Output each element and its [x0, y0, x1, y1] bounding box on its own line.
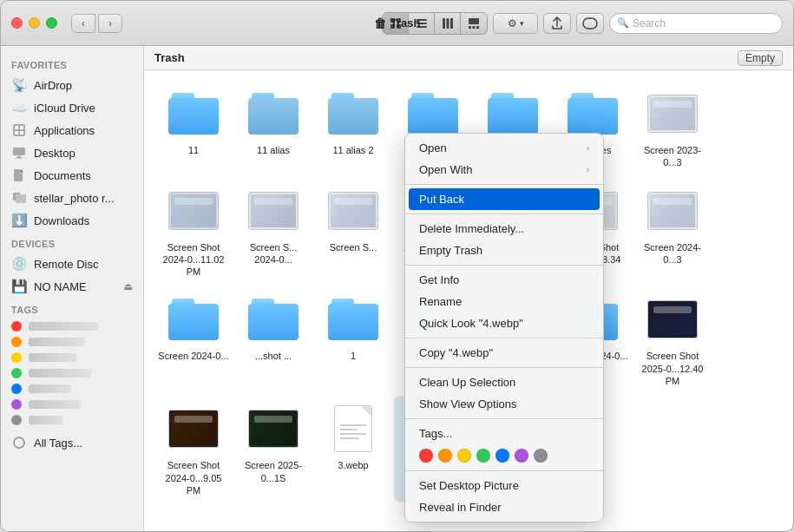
- sidebar-item-stellar[interactable]: stellar_photo r...: [1, 187, 143, 209]
- sidebar-item-icloud[interactable]: ☁️ iCloud Drive: [1, 96, 143, 119]
- share-button[interactable]: [543, 13, 571, 34]
- menu-item-put-back[interactable]: Put Back: [409, 188, 600, 210]
- sidebar-item-label: Desktop: [34, 147, 75, 160]
- file-item-11alias2[interactable]: 11 alias 2: [314, 81, 392, 174]
- tag-dot-blue: [11, 384, 22, 394]
- sidebar-item-label: Remote Disc: [34, 258, 98, 271]
- file-item-ss-2024-9pm[interactable]: Screen Shot 2024-0...9.05 PM: [154, 396, 233, 502]
- trash-icon: 🗑: [374, 16, 386, 30]
- sidebar-item-downloads[interactable]: ⬇️ Downloads: [1, 209, 143, 232]
- svg-rect-13: [476, 26, 479, 29]
- sidebar-item-all-tags[interactable]: All Tags...: [1, 431, 143, 454]
- file-thumb: [325, 86, 381, 141]
- menu-item-reveal[interactable]: Reveal in Finder: [405, 496, 603, 518]
- search-placeholder: Search: [633, 17, 666, 30]
- sidebar-item-desktop[interactable]: Desktop: [1, 141, 143, 164]
- tag-item-orange[interactable]: [1, 334, 143, 350]
- doc-icon: [334, 405, 372, 452]
- gear-button[interactable]: ⚙ ▾: [493, 13, 538, 34]
- sidebar-item-remote-disc[interactable]: 💿 Remote Disc: [1, 253, 143, 275]
- folder-icon: [168, 93, 219, 135]
- tag-item-red[interactable]: [1, 319, 143, 334]
- tag-item-green[interactable]: [1, 365, 143, 381]
- minimize-button[interactable]: [29, 17, 40, 29]
- file-item-1[interactable]: 1: [314, 286, 392, 392]
- sidebar-item-label: NO NAME: [34, 280, 87, 293]
- menu-separator: [405, 213, 603, 214]
- empty-trash-button[interactable]: Empty: [738, 50, 783, 66]
- eject-icon[interactable]: ⏏: [123, 280, 133, 292]
- menu-separator: [405, 367, 603, 368]
- documents-icon: [11, 167, 27, 183]
- file-item-screen2023[interactable]: Screen 2023-0...3: [633, 81, 712, 174]
- menu-item-get-info[interactable]: Get Info: [405, 269, 603, 291]
- tag-color-blue[interactable]: [495, 449, 509, 463]
- file-item-11alias[interactable]: 11 alias: [234, 81, 312, 174]
- menu-item-set-desktop[interactable]: Set Desktop Picture: [405, 475, 603, 496]
- tag-dot-red: [11, 321, 22, 332]
- svg-rect-16: [15, 126, 18, 129]
- sidebar-item-no-name[interactable]: 💾 NO NAME ⏏: [1, 275, 143, 298]
- file-thumb: [166, 86, 221, 141]
- menu-item-cleanup[interactable]: Clean Up Selection: [405, 371, 603, 393]
- tag-color-orange[interactable]: [438, 449, 452, 463]
- forward-button[interactable]: ›: [98, 14, 122, 33]
- airdrop-icon: 📡: [11, 77, 27, 93]
- sidebar-item-documents[interactable]: Documents: [1, 164, 143, 187]
- file-item-ss-2025-2[interactable]: Screen 2025-0...1S: [234, 396, 312, 502]
- svg-rect-14: [583, 18, 597, 29]
- gallery-view-button[interactable]: [461, 13, 487, 34]
- close-button[interactable]: [11, 17, 23, 29]
- menu-item-open-with[interactable]: Open With ›: [405, 159, 603, 181]
- tag-item-purple[interactable]: [1, 397, 143, 412]
- menu-item-view-options[interactable]: Show View Options: [405, 393, 603, 415]
- search-box[interactable]: 🔍 Search: [609, 13, 783, 34]
- folder-icon: [408, 93, 458, 135]
- menu-item-rename[interactable]: Rename: [405, 291, 603, 312]
- file-item-ss2[interactable]: Screen S... 2024-0...: [234, 178, 312, 284]
- maximize-button[interactable]: [46, 17, 57, 29]
- file-item-ss1[interactable]: Screen Shot 2024-0...11.02 PM: [154, 178, 233, 284]
- menu-item-open[interactable]: Open ›: [405, 137, 603, 159]
- remote-disc-icon: 💿: [11, 256, 27, 272]
- tag-color-green[interactable]: [476, 449, 490, 463]
- file-item-3webp[interactable]: 3.webp: [314, 396, 392, 502]
- file-thumb: [645, 183, 700, 239]
- file-name: Screen 2024-0...3: [637, 241, 708, 266]
- desktop-icon: [11, 145, 27, 161]
- file-name: 11 alias: [257, 144, 290, 156]
- file-item-ss-2025-1[interactable]: Screen Shot 2025-0...12.40 PM: [633, 286, 712, 392]
- tag-dot-green: [11, 368, 22, 378]
- folder-icon: [568, 93, 618, 135]
- tag-item-blue[interactable]: [1, 381, 143, 397]
- file-item-ss3[interactable]: Screen S...: [314, 178, 392, 284]
- file-name: Screen 2023-0...3: [637, 144, 708, 169]
- file-thumb: [246, 292, 301, 347]
- tag-color-red[interactable]: [419, 449, 433, 463]
- file-item-11[interactable]: 11: [154, 81, 233, 174]
- all-tags-icon: [11, 435, 27, 450]
- sidebar-item-label: Documents: [34, 169, 91, 182]
- file-item-ss7[interactable]: Screen 2024-0...3: [633, 178, 712, 284]
- menu-item-empty-trash[interactable]: Empty Trash: [405, 240, 603, 261]
- sidebar-item-applications[interactable]: Applications: [1, 119, 143, 141]
- sidebar-item-airdrop[interactable]: 📡 AirDrop: [1, 74, 143, 96]
- back-button[interactable]: ‹: [71, 14, 95, 33]
- file-item-folder-r3-1[interactable]: Screen 2024-0...: [154, 286, 233, 392]
- sidebar-item-label: AirDrop: [34, 79, 72, 92]
- menu-item-quick-look[interactable]: Quick Look "4.webp": [405, 312, 603, 334]
- menu-item-tags[interactable]: Tags...: [405, 423, 603, 444]
- menu-item-copy[interactable]: Copy "4.webp": [405, 342, 603, 364]
- tag-color-gray[interactable]: [534, 449, 548, 463]
- tags-button[interactable]: [576, 13, 604, 34]
- file-item-folder-r3-2[interactable]: ...shot ...: [234, 286, 312, 392]
- tag-item-gray[interactable]: [1, 412, 143, 428]
- tag-color-purple[interactable]: [515, 449, 528, 463]
- location-text: Trash: [154, 51, 185, 64]
- tag-item-yellow[interactable]: [1, 350, 143, 365]
- nav-buttons: ‹ ›: [71, 14, 122, 33]
- tag-color-yellow[interactable]: [457, 449, 471, 463]
- file-name: ...shot ...: [255, 350, 292, 362]
- column-view-button[interactable]: [435, 13, 461, 34]
- menu-item-delete[interactable]: Delete Immediately...: [405, 218, 603, 240]
